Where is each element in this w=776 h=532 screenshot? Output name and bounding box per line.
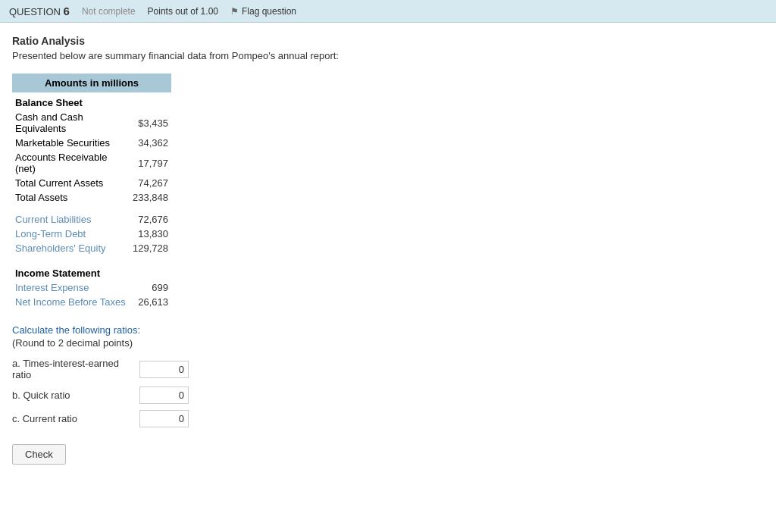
table-row: Accounts Receivable (net) 17,797	[12, 150, 171, 176]
section-income-statement: Income Statement	[12, 263, 171, 280]
row-value: 233,848	[130, 190, 171, 205]
row-label: Accounts Receivable (net)	[12, 150, 130, 176]
calculate-subtitle: (Round to 2 decimal points)	[12, 337, 764, 349]
row-label: Long-Term Debt	[12, 227, 130, 241]
ratio-row-a: a. Times-interest-earned ratio	[12, 358, 764, 380]
question-word: QUESTION	[9, 6, 61, 17]
calculate-title: Calculate the following ratios:	[12, 324, 764, 336]
spacer-row	[12, 255, 171, 263]
ratio-row-b: b. Quick ratio	[12, 386, 764, 404]
ratio-input-c[interactable]	[139, 410, 189, 427]
financial-table: Amounts in millions Balance Sheet Cash a…	[12, 74, 171, 309]
row-value: 72,676	[130, 212, 171, 227]
row-label: Marketable Securities	[12, 136, 130, 150]
ratio-row-c: c. Current ratio	[12, 410, 764, 427]
row-value: 17,797	[130, 150, 171, 176]
row-value: 74,267	[130, 176, 171, 190]
question-number: 6	[64, 5, 70, 17]
row-value: 699	[130, 280, 171, 295]
row-value: 26,613	[130, 295, 171, 309]
row-label: Current Liabilities	[12, 212, 130, 227]
top-bar: QUESTION 6 Not complete Points out of 1.…	[0, 0, 776, 23]
row-value: 129,728	[130, 241, 171, 255]
ratio-label-c: c. Current ratio	[12, 413, 133, 424]
table-row: Current Liabilities 72,676	[12, 212, 171, 227]
table-row: Long-Term Debt 13,830	[12, 227, 171, 241]
main-content: Ratio Analysis Presented below are summa…	[0, 23, 776, 477]
points-label: Points out of 1.00	[148, 6, 218, 17]
row-label: Cash and Cash Equivalents	[12, 110, 130, 136]
row-label: Shareholders' Equity	[12, 241, 130, 255]
table-row: Marketable Securities 34,362	[12, 136, 171, 150]
ratio-input-b[interactable]	[139, 386, 189, 404]
section-label-text: Income Statement	[12, 263, 171, 280]
row-label: Interest Expense	[12, 280, 130, 295]
check-button[interactable]: Check	[12, 444, 66, 465]
row-value: $3,435	[130, 110, 171, 136]
flag-question-button[interactable]: ⚑ Flag question	[230, 6, 296, 17]
row-value: 13,830	[130, 227, 171, 241]
row-label: Net Income Before Taxes	[12, 295, 130, 309]
flag-icon: ⚑	[230, 6, 239, 17]
calculate-section: Calculate the following ratios: (Round t…	[12, 324, 764, 465]
section-balance-sheet: Balance Sheet	[12, 92, 171, 110]
flag-label: Flag question	[242, 6, 296, 17]
intro-text: Presented below are summary financial da…	[12, 50, 764, 61]
table-row: Cash and Cash Equivalents $3,435	[12, 110, 171, 136]
table-row: Total Assets 233,848	[12, 190, 171, 205]
row-value: 34,362	[130, 136, 171, 150]
section-label-text: Balance Sheet	[12, 92, 171, 110]
question-label: QUESTION 6	[9, 5, 70, 17]
ratio-label-a: a. Times-interest-earned ratio	[12, 358, 133, 380]
row-label: Total Assets	[12, 190, 130, 205]
row-label: Total Current Assets	[12, 176, 130, 190]
table-row: Net Income Before Taxes 26,613	[12, 295, 171, 309]
spacer-row	[12, 205, 171, 212]
table-row: Total Current Assets 74,267	[12, 176, 171, 190]
page-title: Ratio Analysis	[12, 35, 764, 47]
table-row: Interest Expense 699	[12, 280, 171, 295]
table-row: Shareholders' Equity 129,728	[12, 241, 171, 255]
ratio-label-b: b. Quick ratio	[12, 390, 133, 401]
ratio-input-a[interactable]	[139, 361, 189, 378]
table-header-row: Amounts in millions	[12, 74, 171, 92]
table-header: Amounts in millions	[12, 74, 171, 92]
status-badge: Not complete	[82, 6, 136, 17]
